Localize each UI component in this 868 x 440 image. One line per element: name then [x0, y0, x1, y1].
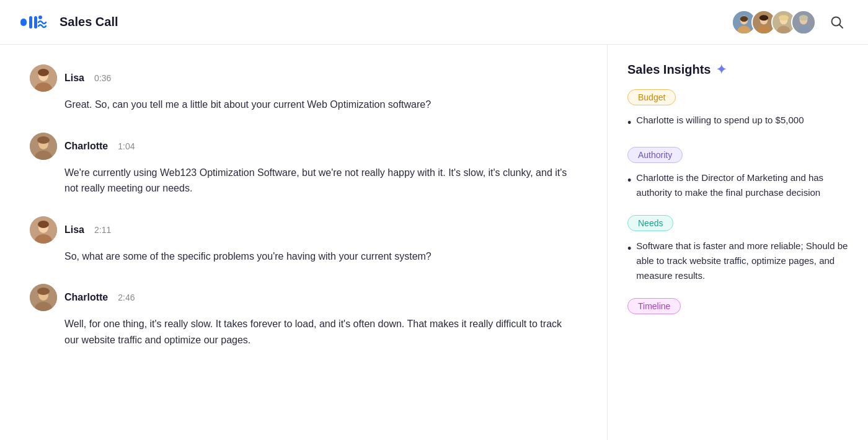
insights-panel: Sales Insights ✦ Budget • Charlotte is w…: [608, 45, 868, 440]
insight-text: Charlotte is willing to spend up to $5,0…: [636, 113, 804, 128]
message-block: Lisa 0:36 Great. So, can you tell me a l…: [30, 64, 577, 113]
speaker-name: Charlotte: [64, 141, 108, 152]
insight-section-budget: Budget • Charlotte is willing to spend u…: [627, 89, 848, 132]
header: Sales Call: [0, 0, 868, 45]
speaker-name: Lisa: [64, 224, 84, 235]
svg-rect-0: [20, 19, 27, 26]
insight-section-authority: Authority • Charlotte is the Director of…: [627, 147, 848, 200]
header-left: Sales Call: [20, 12, 118, 32]
message-block: Charlotte 2:46 Well, for one thing, it's…: [30, 284, 577, 348]
svg-point-25: [38, 69, 49, 76]
svg-point-15: [779, 15, 789, 20]
chat-panel: Lisa 0:36 Great. So, can you tell me a l…: [0, 45, 608, 440]
header-right: [732, 10, 848, 35]
svg-rect-2: [34, 16, 37, 29]
svg-point-29: [37, 136, 50, 144]
message-time: 1:04: [118, 141, 135, 151]
insight-section-needs: Needs • Software that is faster and more…: [627, 215, 848, 283]
message-text: We're currently using Web123 Optimizatio…: [64, 165, 577, 196]
insights-title: Sales Insights ✦: [627, 62, 848, 77]
message-header: Charlotte 1:04: [30, 133, 577, 160]
message-block: Lisa 2:11 So, what are some of the speci…: [30, 216, 577, 265]
svg-line-21: [839, 24, 843, 28]
search-button[interactable]: [826, 11, 848, 33]
sparkle-icon: ✦: [716, 62, 727, 77]
svg-point-7: [740, 16, 748, 22]
svg-rect-1: [29, 16, 32, 29]
logo: [20, 12, 52, 32]
insights-title-text: Sales Insights: [627, 63, 711, 77]
svg-point-11: [760, 15, 768, 20]
bullet-icon: •: [627, 172, 631, 190]
badge-budget: Budget: [627, 89, 676, 105]
message-text: Great. So, can you tell me a little bit …: [64, 97, 577, 113]
logo-icon: [20, 12, 52, 32]
message-header: Lisa 2:11: [30, 216, 577, 244]
avatar-participant-4: [791, 10, 816, 35]
avatar-charlotte: [30, 284, 57, 311]
insight-text: Charlotte is the Director of Marketing a…: [636, 170, 848, 200]
bullet-icon: •: [627, 114, 631, 132]
message-block: Charlotte 1:04 We're currently using Web…: [30, 133, 577, 196]
bullet-icon: •: [627, 240, 631, 258]
message-time: 2:46: [118, 293, 135, 302]
insight-item: • Charlotte is willing to spend up to $5…: [627, 113, 848, 132]
page-title: Sales Call: [60, 15, 118, 29]
speaker-name: Charlotte: [64, 292, 108, 303]
speaker-name: Lisa: [64, 73, 84, 84]
avatar-lisa: [30, 216, 57, 244]
badge-needs: Needs: [627, 215, 673, 231]
avatar-charlotte: [30, 133, 57, 160]
message-time: 2:11: [94, 225, 111, 235]
message-header: Charlotte 2:46: [30, 284, 577, 311]
badge-authority: Authority: [627, 147, 683, 163]
svg-point-33: [38, 221, 49, 228]
message-header: Lisa 0:36: [30, 64, 577, 92]
insight-item: • Software that is faster and more relia…: [627, 239, 848, 283]
insight-section-timeline: Timeline: [627, 298, 848, 322]
message-text: Well, for one thing, it's really slow. I…: [64, 316, 577, 348]
insight-text: Software that is faster and more reliabl…: [636, 239, 848, 283]
insight-item: • Charlotte is the Director of Marketing…: [627, 170, 848, 200]
avatar-lisa: [30, 64, 57, 92]
badge-timeline: Timeline: [627, 298, 681, 314]
svg-point-37: [37, 288, 50, 295]
message-text: So, what are some of the specific proble…: [64, 249, 577, 265]
svg-point-3: [38, 15, 42, 19]
main-content: Lisa 0:36 Great. So, can you tell me a l…: [0, 45, 868, 440]
message-time: 0:36: [94, 73, 111, 83]
svg-point-19: [799, 15, 808, 20]
participant-avatars: [732, 10, 816, 35]
